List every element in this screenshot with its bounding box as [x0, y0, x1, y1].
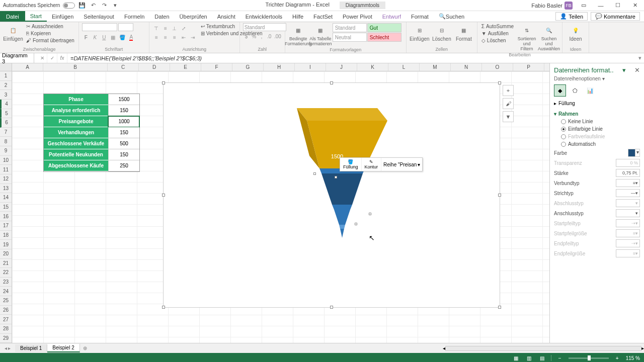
font-color-button[interactable]: A	[127, 33, 135, 41]
join-type-select[interactable]: ▾	[616, 209, 640, 217]
format-pane-dropdown-icon[interactable]: ▾	[622, 66, 626, 74]
col-H[interactable]: H	[264, 63, 295, 71]
select-all[interactable]	[0, 63, 12, 71]
arrow-end-size-select[interactable]: ≡▾	[616, 249, 640, 257]
resize-handle[interactable]	[498, 306, 501, 309]
chart-elements-button[interactable]: +	[503, 85, 514, 96]
fill-color-button[interactable]: 🪣	[118, 33, 126, 41]
selection-handle[interactable]	[369, 213, 371, 215]
chart-filter-button[interactable]: ▼	[503, 111, 514, 122]
col-F[interactable]: F	[201, 63, 232, 71]
tab-powerpivot[interactable]: Power Pivot	[338, 11, 377, 22]
italic-button[interactable]: K	[91, 33, 99, 41]
indent-inc-button[interactable]: ⇥	[189, 33, 197, 41]
auto-line-radio[interactable]: Automatisch	[554, 140, 640, 148]
cap-type-select[interactable]: ▾	[616, 199, 640, 207]
page-layout-view-icon[interactable]: ▥	[525, 354, 534, 362]
zoom-slider[interactable]	[569, 357, 609, 359]
ideas-button[interactable]: 💡Ideen	[566, 23, 586, 43]
selection-handle[interactable]	[355, 223, 357, 225]
orientation-button[interactable]: ⤢	[180, 24, 188, 32]
tab-view[interactable]: Ansicht	[212, 11, 240, 22]
redo-icon[interactable]: ↷	[100, 2, 108, 10]
chart-styles-button[interactable]: 🖌	[503, 98, 514, 109]
cell-grid[interactable]: Phase1500 Analyse erforderlich150 Preisa…	[12, 71, 549, 343]
col-I[interactable]: I	[295, 63, 326, 71]
border-button[interactable]: ▦	[109, 33, 117, 41]
zoom-in-button[interactable]: +	[613, 354, 622, 362]
percent-button[interactable]: %	[251, 32, 257, 40]
font-select[interactable]	[82, 23, 117, 31]
conditional-format-button[interactable]: ▦Bedingte Formatierung	[288, 23, 308, 47]
mini-outline-button[interactable]: ✎Kontur	[362, 158, 382, 171]
col-B[interactable]: B	[43, 63, 108, 71]
tab-formulas[interactable]: Formeln	[119, 11, 149, 22]
transparency-input[interactable]: 0 %	[616, 159, 640, 167]
close-icon[interactable]: ✕	[629, 1, 641, 10]
tab-insert[interactable]: Einfügen	[47, 11, 78, 22]
resize-handle[interactable]	[162, 194, 165, 197]
cut-button[interactable]: ✂ Ausschneiden	[25, 23, 75, 30]
tab-help[interactable]: Hilfe	[287, 11, 308, 22]
align-center-button[interactable]: ≡	[162, 33, 170, 41]
user-account[interactable]: Fabio Basler FB	[531, 2, 573, 10]
arrow-end-select[interactable]: ⇢▾	[616, 239, 640, 247]
qat-customize-icon[interactable]: ▾	[111, 2, 119, 10]
align-middle-button[interactable]: ≡	[162, 24, 170, 32]
solid-line-radio[interactable]: Einfarbige Linie	[554, 125, 640, 133]
expand-formula-icon[interactable]: ▾	[636, 55, 644, 61]
cancel-formula-icon[interactable]: ✕	[37, 53, 47, 63]
resize-handle[interactable]	[330, 306, 333, 309]
effects-tab-icon[interactable]: ⬠	[569, 84, 581, 97]
resize-handle[interactable]	[162, 81, 165, 84]
name-box[interactable]: Diagramm 3	[0, 53, 34, 63]
page-break-view-icon[interactable]: ▤	[538, 354, 547, 362]
font-size-select[interactable]	[118, 23, 133, 31]
comma-button[interactable]: ,	[258, 32, 265, 40]
col-L[interactable]: L	[388, 63, 420, 71]
col-C[interactable]: C	[108, 63, 139, 71]
col-J[interactable]: J	[326, 63, 357, 71]
dec-decimal-button[interactable]: .00	[274, 32, 282, 40]
horizontal-scroll[interactable]: ◂▸	[443, 345, 644, 351]
width-input[interactable]: 0,75 Pt.	[616, 169, 640, 177]
undo-icon[interactable]: ↶	[89, 2, 97, 10]
resize-handle[interactable]	[498, 81, 501, 84]
col-O[interactable]: O	[482, 63, 513, 71]
resize-handle[interactable]	[162, 306, 165, 309]
col-D[interactable]: D	[139, 63, 170, 71]
minimize-icon[interactable]: —	[595, 1, 607, 10]
funnel-chart[interactable]: + 🖌 ▼	[163, 82, 500, 308]
compound-type-select[interactable]: ≡▾	[616, 179, 640, 187]
number-format-select[interactable]	[243, 23, 286, 31]
enter-formula-icon[interactable]: ✓	[47, 53, 57, 63]
tell-me[interactable]: 🔍 Suchen	[434, 11, 469, 22]
arrow-begin-size-select[interactable]: ≡▾	[616, 229, 640, 237]
tab-data[interactable]: Daten	[149, 11, 174, 22]
border-color-picker[interactable]: ▾	[628, 149, 640, 157]
find-select-button[interactable]: 🔍Suchen und Auswählen	[539, 23, 559, 52]
col-G[interactable]: G	[232, 63, 264, 71]
resize-handle[interactable]	[330, 81, 333, 84]
share-button[interactable]: 👤 Teilen	[555, 12, 588, 21]
insert-cells-button[interactable]: ⊞Einfügen	[410, 23, 430, 43]
sort-filter-button[interactable]: ⇅Sortieren und Filtern	[517, 23, 537, 52]
zoom-level[interactable]: 115 %	[626, 355, 640, 361]
delete-cells-button[interactable]: ⊟Löschen	[432, 23, 452, 43]
copy-button[interactable]: ⎘ Kopieren	[25, 30, 75, 37]
fill-line-tab-icon[interactable]: ◆	[554, 84, 566, 97]
col-N[interactable]: N	[451, 63, 482, 71]
border-section-toggle[interactable]: ▾ Rahmen	[554, 110, 640, 118]
col-E[interactable]: E	[170, 63, 201, 71]
align-left-button[interactable]: ≡	[152, 33, 160, 41]
sheet-tab-2[interactable]: Beispiel 2	[47, 344, 79, 352]
col-K[interactable]: K	[357, 63, 388, 71]
fx-icon[interactable]: fx	[57, 53, 67, 63]
autosave-toggle[interactable]	[63, 3, 75, 9]
series-tab-icon[interactable]: 📊	[584, 84, 596, 97]
formula-input[interactable]: =DATENREIHE('Beispiel 2'!$B$6;;'Beispiel…	[67, 55, 636, 61]
autosum-button[interactable]: Σ AutoSumme	[480, 23, 515, 30]
gradient-line-radio[interactable]: Farbverlaufslinie	[554, 133, 640, 140]
align-top-button[interactable]: ⊤	[152, 24, 160, 32]
align-right-button[interactable]: ≡	[171, 33, 179, 41]
